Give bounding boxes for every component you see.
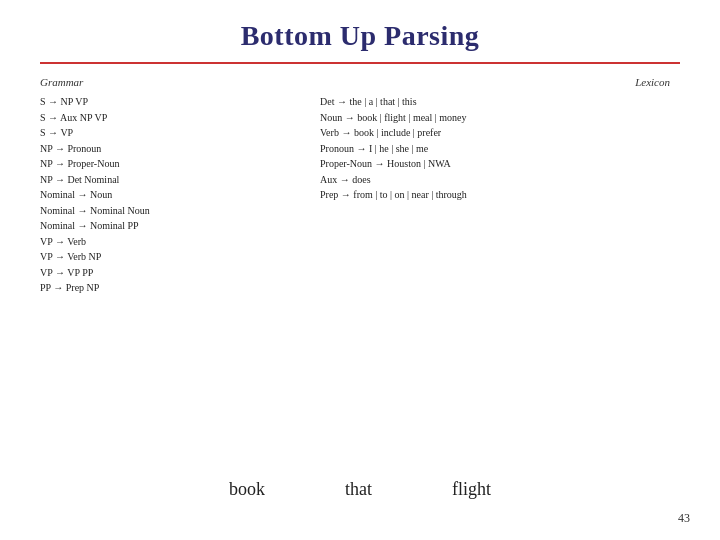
word-flight: flight bbox=[452, 479, 491, 500]
grammar-rule-line: VP → VP PP bbox=[40, 265, 300, 281]
lexicon-rule-line: Prep → from | to | on | near | through bbox=[320, 187, 680, 203]
lexicon-rules: Det → the | a | that | thisNoun → book |… bbox=[320, 94, 680, 203]
grammar-rule-line: Nominal → Noun bbox=[40, 187, 300, 203]
bottom-words: book that flight bbox=[0, 479, 720, 500]
grammar-rule-line: Nominal → Nominal Noun bbox=[40, 203, 300, 219]
lexicon-rule-line: Aux → does bbox=[320, 172, 680, 188]
grammar-rule-line: Nominal → Nominal PP bbox=[40, 218, 300, 234]
content-area: Grammar S → NP VPS → Aux NP VPS → VPNP →… bbox=[40, 76, 680, 296]
lexicon-rule-line: Det → the | a | that | this bbox=[320, 94, 680, 110]
lexicon-rule-line: Verb → book | include | prefer bbox=[320, 125, 680, 141]
grammar-rule-line: PP → Prep NP bbox=[40, 280, 300, 296]
title-divider bbox=[40, 62, 680, 64]
lexicon-section: Lexicon Det → the | a | that | thisNoun … bbox=[300, 76, 680, 296]
grammar-section: Grammar S → NP VPS → Aux NP VPS → VPNP →… bbox=[40, 76, 300, 296]
lexicon-rule-line: Proper-Noun → Houston | NWA bbox=[320, 156, 680, 172]
grammar-rule-line: NP → Pronoun bbox=[40, 141, 300, 157]
lexicon-rule-line: Pronoun → I | he | she | me bbox=[320, 141, 680, 157]
grammar-header: Grammar bbox=[40, 76, 300, 88]
grammar-rule-line: NP → Proper-Noun bbox=[40, 156, 300, 172]
word-that: that bbox=[345, 479, 372, 500]
grammar-rules: S → NP VPS → Aux NP VPS → VPNP → Pronoun… bbox=[40, 94, 300, 296]
lexicon-rule-line: Noun → book | flight | meal | money bbox=[320, 110, 680, 126]
grammar-rule-line: S → NP VP bbox=[40, 94, 300, 110]
grammar-rule-line: S → VP bbox=[40, 125, 300, 141]
grammar-rule-line: VP → Verb bbox=[40, 234, 300, 250]
word-book: book bbox=[229, 479, 265, 500]
page-number: 43 bbox=[678, 511, 690, 526]
grammar-rule-line: S → Aux NP VP bbox=[40, 110, 300, 126]
page-container: Bottom Up Parsing Grammar S → NP VPS → A… bbox=[0, 0, 720, 540]
page-title: Bottom Up Parsing bbox=[40, 20, 680, 52]
lexicon-header: Lexicon bbox=[635, 76, 670, 88]
grammar-rule-line: NP → Det Nominal bbox=[40, 172, 300, 188]
grammar-rule-line: VP → Verb NP bbox=[40, 249, 300, 265]
